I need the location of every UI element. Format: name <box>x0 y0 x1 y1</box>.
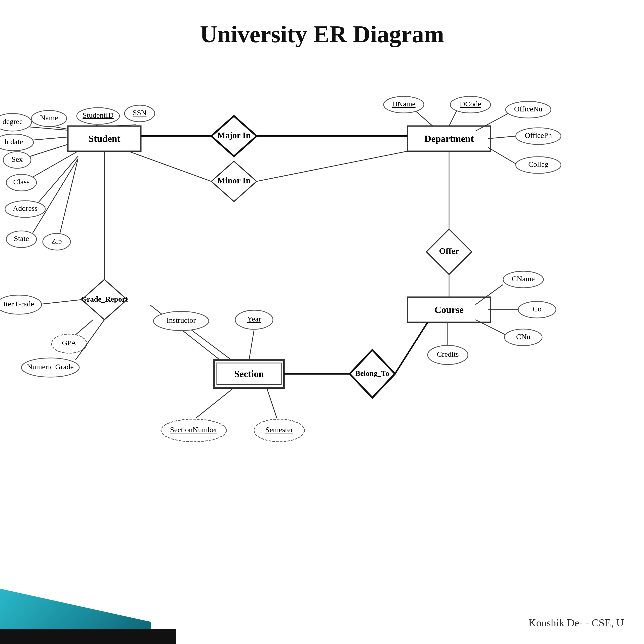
svg-text:Minor In: Minor In <box>217 176 251 185</box>
svg-line-85 <box>249 330 254 360</box>
svg-line-75 <box>75 320 93 335</box>
svg-text:h date: h date <box>5 137 23 146</box>
svg-text:Name: Name <box>40 113 58 122</box>
svg-text:DCode: DCode <box>460 100 481 108</box>
svg-text:Instructor: Instructor <box>167 316 196 324</box>
footer-black <box>0 629 176 644</box>
footer: Koushik De- - CSE, U <box>0 589 644 644</box>
svg-text:GPA: GPA <box>62 339 76 347</box>
svg-text:OfficeNu: OfficeNu <box>514 105 543 113</box>
svg-line-86 <box>196 388 234 418</box>
svg-line-8 <box>29 159 78 239</box>
svg-text:Section: Section <box>234 369 264 379</box>
svg-line-41 <box>488 136 516 139</box>
svg-text:SectionNumber: SectionNumber <box>170 425 217 434</box>
svg-text:Major In: Major In <box>217 131 251 140</box>
page-title: University ER Diagram <box>0 0 644 58</box>
svg-line-72 <box>36 300 82 305</box>
svg-line-38 <box>475 113 508 131</box>
svg-text:Course: Course <box>434 304 464 315</box>
svg-line-9 <box>58 159 78 242</box>
svg-text:OfficePh: OfficePh <box>525 131 552 139</box>
svg-text:Grade_Report: Grade_Report <box>81 295 128 303</box>
svg-text:Semester: Semester <box>265 425 293 434</box>
footer-credit: Koushik De- - CSE, U <box>529 617 624 629</box>
svg-text:StudentID: StudentID <box>83 111 113 119</box>
svg-text:Offer: Offer <box>439 246 459 256</box>
svg-text:CName: CName <box>512 274 535 283</box>
svg-text:tter Grade: tter Grade <box>4 300 34 308</box>
svg-line-97 <box>395 322 428 374</box>
svg-text:Department: Department <box>424 133 474 144</box>
svg-line-84 <box>191 330 231 360</box>
svg-text:Co: Co <box>533 305 541 313</box>
svg-text:Credits: Credits <box>437 350 459 358</box>
svg-line-44 <box>488 147 516 164</box>
svg-text:Address: Address <box>13 204 37 212</box>
diagram-container: .entity-rect { fill: white; stroke: #333… <box>0 58 644 536</box>
svg-text:Year: Year <box>247 315 261 323</box>
svg-line-51 <box>257 151 408 181</box>
svg-text:Class: Class <box>13 178 29 186</box>
svg-line-87 <box>267 388 277 418</box>
svg-line-50 <box>128 151 211 181</box>
svg-text:degree: degree <box>3 117 23 126</box>
svg-text:Sex: Sex <box>12 155 23 163</box>
svg-text:DName: DName <box>392 100 415 108</box>
svg-text:Belong_To: Belong_To <box>355 369 389 377</box>
svg-text:SSN: SSN <box>133 108 146 117</box>
svg-text:CNu: CNu <box>516 332 531 341</box>
svg-text:Student: Student <box>89 133 120 144</box>
svg-text:State: State <box>14 234 29 243</box>
svg-text:Colleg: Colleg <box>528 160 548 168</box>
svg-text:Zip: Zip <box>51 237 62 245</box>
svg-line-35 <box>449 108 458 126</box>
svg-text:Numeric Grade: Numeric Grade <box>27 363 74 371</box>
